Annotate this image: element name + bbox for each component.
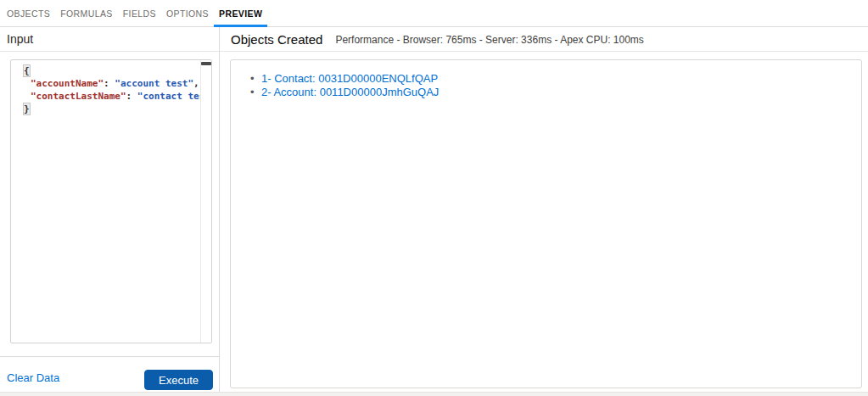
performance-stats: Performance - Browser: 765ms - Server: 3… xyxy=(335,32,643,46)
page-bottom-strip xyxy=(0,392,868,396)
open-brace: { xyxy=(24,65,30,76)
tab-bar: OBJECTS FORMULAS FIELDS OPTIONS PREVIEW xyxy=(0,0,868,27)
input-panel-title: Input xyxy=(7,32,33,46)
result-item-contact[interactable]: 1- Contact: 0031D00000ENQLfQAP xyxy=(250,72,861,86)
code-line: "accountName": "account test", xyxy=(24,77,199,90)
results-panel-header: Objects Created Performance - Browser: 7… xyxy=(220,27,868,52)
tab-objects[interactable]: OBJECTS xyxy=(2,0,55,26)
code-line: "contactLastName": "contact test" xyxy=(24,90,199,103)
code-line-open: { xyxy=(24,64,199,77)
close-brace: } xyxy=(24,103,30,114)
main-content: Input { "accountName": "account test", "… xyxy=(0,27,868,392)
code-line-close: } xyxy=(24,103,199,115)
json-comma: , xyxy=(193,78,199,89)
json-separator: : xyxy=(126,91,137,102)
results-list: 1- Contact: 0031D00000ENQLfQAP 2- Accoun… xyxy=(231,72,861,99)
json-key: "contactLastName" xyxy=(31,91,126,102)
results-panel-title: Objects Created xyxy=(231,32,322,47)
json-separator: : xyxy=(104,78,115,89)
editor-scrollbar-thumb[interactable] xyxy=(201,62,211,65)
tab-fields[interactable]: FIELDS xyxy=(118,0,161,26)
results-panel: Objects Created Performance - Browser: 7… xyxy=(220,27,868,392)
result-item-account[interactable]: 2- Account: 0011D00000JmhGuQAJ xyxy=(250,86,861,99)
tab-options[interactable]: OPTIONS xyxy=(161,0,214,26)
left-panel-spacer xyxy=(0,343,219,356)
editor-scrollbar[interactable] xyxy=(200,60,211,343)
execute-button[interactable]: Execute xyxy=(144,370,213,390)
json-key: "accountName" xyxy=(31,78,104,89)
clear-data-link[interactable]: Clear Data xyxy=(7,371,59,384)
input-panel: Input { "accountName": "account test", "… xyxy=(0,27,220,392)
json-code: { "accountName": "account test", "contac… xyxy=(11,60,211,115)
editor-area: { "accountName": "account test", "contac… xyxy=(0,52,219,343)
json-input-editor[interactable]: { "accountName": "account test", "contac… xyxy=(10,59,212,343)
tab-formulas[interactable]: FORMULAS xyxy=(55,0,118,26)
input-panel-footer: Clear Data Execute xyxy=(0,356,219,392)
tab-preview[interactable]: PREVIEW xyxy=(214,0,267,26)
json-value: "account test" xyxy=(115,78,193,89)
objects-created-box: 1- Contact: 0031D00000ENQLfQAP 2- Accoun… xyxy=(230,59,862,388)
input-panel-header: Input xyxy=(0,27,219,52)
